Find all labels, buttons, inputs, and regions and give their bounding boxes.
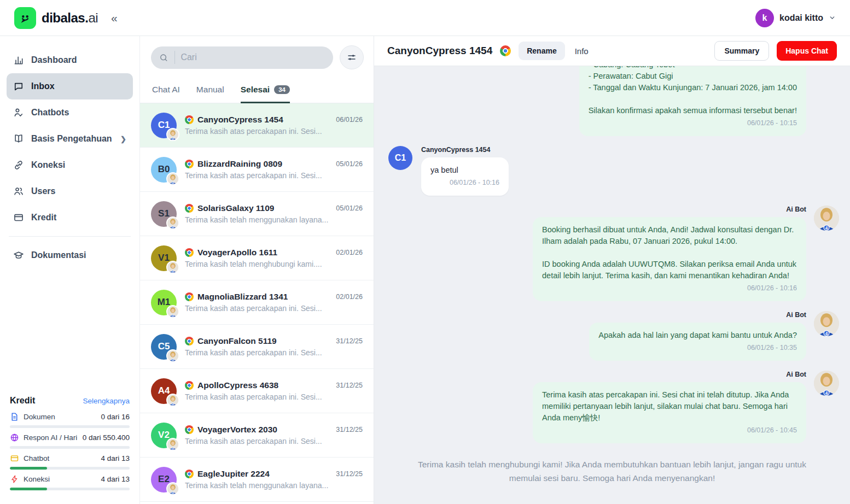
sidebar-item-kredit[interactable]: Kredit — [7, 204, 133, 231]
svg-text:4: 4 — [825, 391, 828, 396]
sidebar-item-dokumentasi[interactable]: Dokumentasi — [7, 242, 133, 268]
chat-list-item[interactable]: E24EagleJupiter 222431/12/25Terima kasih… — [140, 458, 374, 502]
sidebar-item-koneksi[interactable]: Koneksi — [7, 152, 133, 178]
chat-list-item[interactable]: A44ApolloCypress 463831/12/25Terima kasi… — [140, 369, 374, 413]
sender-label: Ai Bot — [786, 311, 806, 319]
message-bubble: Booking berhasil dibuat untuk Anda, Andi… — [533, 217, 806, 301]
sender-label: CanyonCypress 1454 — [421, 146, 490, 154]
chat-list-item[interactable]: C54CanyonFalcon 511931/12/25Terima kasih… — [140, 325, 374, 369]
chrome-icon — [500, 45, 511, 56]
chrome-icon — [185, 470, 194, 478]
user-avatar: k — [755, 9, 774, 27]
credit-progress — [10, 446, 130, 449]
info-link[interactable]: Info — [575, 46, 589, 56]
chrome-icon — [185, 115, 194, 124]
sidebar-nav: DashboardInboxChatbotsBasis Pengetahuan❯… — [7, 47, 133, 268]
credit-value: 4 dari 13 — [101, 475, 130, 483]
sidebar-item-users[interactable]: Users — [7, 178, 133, 204]
chat-list-item[interactable]: M14MagnoliaBlizzard 134102/01/26Terima k… — [140, 280, 374, 325]
chat-list-item[interactable]: C14CanyonCypress 145406/01/26Terima kasi… — [140, 103, 374, 148]
message-timestamp: 06/01/26 - 10:15 — [589, 118, 797, 129]
message-line: Terima kasih atas percakapan ini. Sesi c… — [542, 389, 797, 424]
credits-more-link[interactable]: Selengkapnya — [83, 397, 130, 405]
credit-card-icon — [13, 212, 24, 223]
sidebar-item-label: Chatbots — [31, 108, 69, 118]
chat-preview: Terima kasih telah menggunakan layana... — [185, 215, 363, 224]
svg-text:4: 4 — [172, 403, 173, 406]
svg-text:4: 4 — [172, 315, 173, 317]
chat-preview: Terima kasih atas percakapan ini. Sesi..… — [185, 127, 363, 136]
user-message: C1CanyonCypress 1454ya betul06/01/26 - 1… — [388, 146, 839, 196]
sidebar-item-chatbots[interactable]: Chatbots — [7, 99, 133, 126]
card-icon — [10, 454, 19, 463]
chrome-icon — [185, 425, 194, 434]
agent-avatar-badge: 4 — [166, 394, 179, 407]
chat-list-item[interactable]: B04BlizzardRaining 080905/01/26Terima ka… — [140, 148, 374, 192]
agent-avatar-badge: 4 — [166, 261, 179, 274]
users-icon — [13, 186, 24, 197]
agent-avatar-badge: 4 — [166, 438, 179, 451]
bar-chart-icon — [13, 55, 24, 66]
tab-selesai[interactable]: Selesai34 — [241, 85, 290, 103]
rename-button[interactable]: Rename — [519, 42, 564, 60]
chat-list-item[interactable]: V24VoyagerVortex 203031/12/25Terima kasi… — [140, 413, 374, 458]
agent-avatar-badge: 4 — [166, 305, 179, 318]
tab-label: Selesai — [241, 85, 270, 95]
agent-avatar-badge: 4 — [166, 349, 179, 362]
svg-text:4: 4 — [172, 492, 173, 494]
chat-bubble-icon — [13, 81, 24, 92]
graduation-cap-icon — [13, 250, 24, 261]
svg-text:4: 4 — [825, 226, 828, 231]
top-bar: dibalas.ai « k kodai kitto — [0, 0, 850, 36]
chat-preview: Terima kasih atas percakapan ini. Sesi..… — [185, 171, 363, 180]
chat-date: 31/12/25 — [331, 470, 363, 478]
chat-date: 05/01/26 — [331, 160, 363, 168]
sidebar-divider — [9, 236, 131, 237]
sidebar-item-dashboard[interactable]: Dashboard — [7, 47, 133, 73]
credit-row: Respon AI / Hari0 dari 550.400 — [10, 433, 130, 449]
tab-label: Chat AI — [152, 85, 180, 95]
chat-list-tabs: Chat AIManualSelesai34 — [140, 77, 374, 103]
tab-manual[interactable]: Manual — [196, 85, 224, 103]
sidebar-item-inbox[interactable]: Inbox — [7, 73, 133, 99]
search-input[interactable] — [181, 52, 325, 62]
chat-name: CanyonFalcon 5119 — [197, 336, 277, 346]
chat-list-item[interactable]: V14VoyagerApollo 161102/01/26Terima kasi… — [140, 236, 374, 280]
credit-label: Chatbot — [24, 454, 49, 462]
chat-list-item[interactable]: S14SolarisGalaxy 110905/01/26Terima kasi… — [140, 192, 374, 236]
message-bubble: Apakah ada hal lain yang dapat kami bant… — [589, 323, 806, 361]
chat-name: ApolloCypress 4638 — [197, 380, 278, 390]
chat-date: 05/01/26 — [331, 204, 363, 212]
credit-value: 0 dari 16 — [101, 413, 130, 421]
sidebar-item-label: Kredit — [31, 213, 56, 222]
chevron-down-icon — [829, 14, 836, 21]
summary-button[interactable]: Summary — [714, 41, 769, 61]
chat-date: 31/12/25 — [331, 426, 363, 433]
svg-text:4: 4 — [825, 331, 828, 336]
delete-chat-button[interactable]: Hapus Chat — [777, 41, 837, 61]
svg-text:4: 4 — [172, 182, 173, 184]
sender-label: Ai Bot — [786, 206, 806, 213]
bot-avatar: 4 — [814, 311, 839, 336]
conversation-header: CanyonCypress 1454 Rename Info Summary H… — [374, 36, 850, 66]
message-line: Apakah ada hal lain yang dapat kami bant… — [598, 330, 797, 341]
chat-preview: Terima kasih telah menggunakan layana... — [185, 481, 363, 490]
tab-chat-ai[interactable]: Chat AI — [152, 85, 180, 103]
chat-date: 31/12/25 — [331, 337, 363, 345]
message-list[interactable]: - Cabang: Cabang Tebet- Perawatan: Cabut… — [374, 66, 850, 447]
message-line: - Tanggal dan Waktu Kunjungan: 7 Januari… — [589, 82, 797, 93]
brand-name: dibalas.ai — [42, 10, 98, 26]
sidebar-item-basis-pengetahuan[interactable]: Basis Pengetahuan❯ — [7, 126, 133, 152]
user-menu[interactable]: k kodai kitto — [755, 9, 836, 27]
user-avatar: C1 — [388, 146, 412, 170]
dibalas-logo-icon — [14, 7, 36, 29]
filter-button[interactable] — [340, 45, 364, 69]
credits-title: Kredit — [10, 396, 35, 406]
chat-date: 31/12/25 — [331, 382, 363, 389]
sidebar-collapse-button[interactable]: « — [111, 11, 118, 25]
chat-items: C14CanyonCypress 145406/01/26Terima kasi… — [140, 103, 374, 504]
globe-icon — [10, 433, 19, 442]
svg-text:4: 4 — [172, 359, 173, 361]
message-bubble: ya betul06/01/26 - 10:16 — [421, 157, 509, 196]
chevron-right-icon: ❯ — [120, 135, 126, 143]
